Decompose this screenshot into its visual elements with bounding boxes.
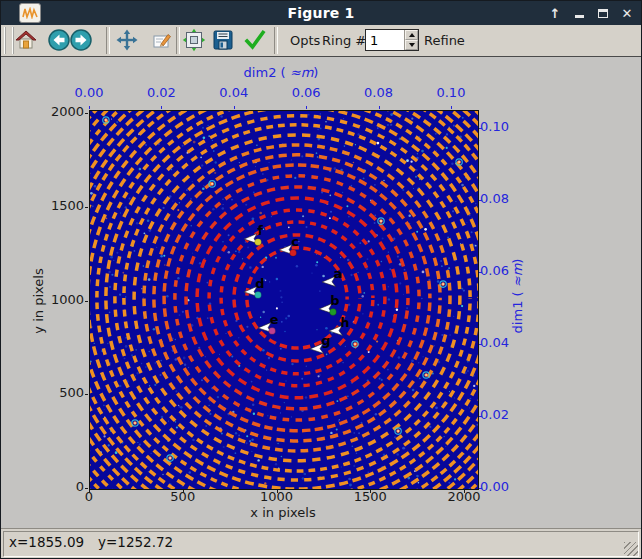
apply-button[interactable] [243,28,267,52]
noise-speckle [320,113,322,115]
noise-speckle [129,198,131,200]
noise-speckle [329,195,331,197]
noise-speckle [461,184,464,187]
right-tick-label: 0.04 [480,335,509,350]
noise-speckle [291,363,293,365]
noise-speckle [136,222,139,225]
ring-number-spinbox[interactable] [365,29,419,51]
back-button[interactable] [47,28,71,52]
hot-spot [380,220,382,222]
subplots-button[interactable] [182,28,206,52]
noise-speckle [291,159,292,160]
noise-speckle [284,331,285,332]
noise-speckle [160,255,162,257]
right-tick [479,344,482,345]
y-tick [85,207,88,208]
noise-speckle [153,328,155,330]
close-button[interactable]: ✕ [619,5,635,21]
noise-speckle [145,144,147,146]
noise-speckle [326,354,328,356]
noise-speckle [374,222,376,224]
y-tick [85,113,88,114]
noise-speckle [266,369,267,370]
noise-speckle [435,406,438,409]
noise-speckle [285,317,287,319]
ring-number-input[interactable] [366,30,404,50]
x-tick [183,490,184,493]
noise-speckle [398,356,401,359]
opts-button[interactable]: Opts [290,25,320,56]
minimize-button[interactable] [571,5,587,21]
noise-speckle [103,404,105,406]
noise-speckle [462,117,464,119]
noise-speckle [207,282,209,284]
shade-button[interactable]: ↑ [547,5,563,21]
noise-speckle [475,203,477,205]
noise-speckle [446,133,448,135]
noise-speckle [343,118,344,119]
noise-speckle [352,445,353,446]
spin-buttons [404,30,418,50]
spin-up-button[interactable] [405,30,418,40]
hot-spot [425,374,427,376]
noise-speckle [451,163,453,165]
refine-button[interactable]: Refine [424,25,465,56]
pan-button[interactable] [115,28,139,52]
noise-speckle [135,375,136,376]
noise-speckle [177,277,179,279]
noise-speckle [199,262,201,264]
noise-speckle [147,219,150,222]
noise-speckle [137,372,139,374]
noise-speckle [99,192,100,193]
noise-speckle [115,451,118,454]
noise-speckle [367,258,369,260]
noise-speckle [175,358,177,360]
noise-speckle [257,459,259,461]
toolbar-drag-handle[interactable] [4,27,14,54]
forward-button[interactable] [69,28,93,52]
control-point-dot [330,309,337,316]
down-triangle-icon [409,43,415,47]
noise-speckle [149,351,150,352]
noise-speckle [116,121,118,123]
noise-speckle [366,268,368,270]
maximize-button[interactable] [595,5,611,21]
noise-speckle [315,264,317,266]
resize-grip[interactable] [624,542,638,556]
plot-area[interactable]: abcdefgh [89,110,479,490]
noise-speckle [120,212,121,213]
noise-speckle [363,292,365,294]
noise-speckle [247,247,249,249]
control-point-label: e [270,312,279,327]
edit-button[interactable] [149,28,173,52]
spin-down-button[interactable] [405,40,418,50]
titlebar: Figure 1 ↑ ✕ [1,1,641,25]
noise-speckle [189,471,191,473]
figure-canvas: dim2 ( ≈m) x in pixels y in pixels dim1 … [1,57,641,528]
save-button[interactable] [211,28,235,52]
noise-speckle [303,473,306,476]
noise-speckle [476,424,478,426]
noise-speckle [368,240,370,242]
noise-speckle [160,360,162,362]
noise-speckle [374,184,376,186]
noise-speckle [305,226,307,228]
noise-speckle [249,266,252,269]
noise-speckle [394,436,396,438]
noise-speckle [410,161,412,163]
noise-speckle [251,381,253,383]
y-tick-label: 1500 [1,198,84,213]
noise-speckle [399,282,401,284]
noise-speckle [238,435,240,437]
noise-speckle [348,478,351,481]
noise-speckle [182,311,184,313]
noise-speckle [287,315,290,318]
noise-speckle [212,140,213,141]
home-button[interactable] [14,28,38,52]
noise-speckle [143,297,144,298]
noise-speckle [271,216,272,217]
cursor-y-readout: y=1252.72 [98,534,173,550]
noise-speckle [143,232,145,234]
noise-speckle [239,162,240,163]
noise-speckle [471,231,473,233]
